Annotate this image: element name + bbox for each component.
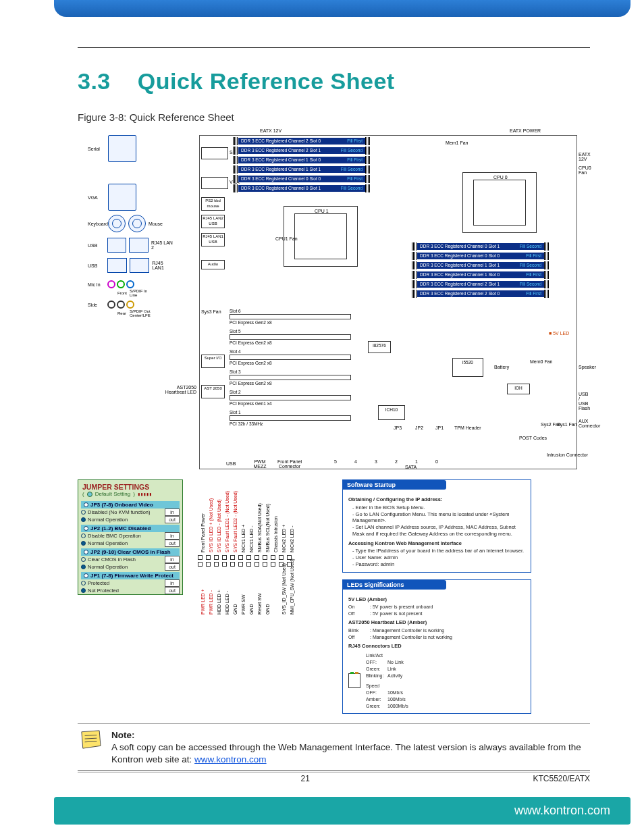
slot-desc-2: PCI Express Gen2 x8: [230, 361, 272, 365]
fp-pin-top-5: [238, 555, 243, 560]
lbl-mem0fan: Mem0 Fan: [530, 359, 552, 364]
ss-l2-0: Type the IPaddress of your board in the …: [352, 548, 525, 554]
motherboard-diagram: EATX 12V EATX POWER EATX 12V CPU0 Fan Me…: [78, 128, 591, 473]
lbl-usbflash: USB / USB Flash: [579, 392, 591, 411]
fp-pin-bot-7: [254, 562, 259, 567]
sata-port-2: 2: [395, 459, 398, 464]
fp-bot-10: SYS_ID_SW (Not Used): [281, 563, 286, 615]
led-h1: 5V LED (Amber): [348, 596, 525, 603]
label-eatx12v-r: EATX 12V: [579, 152, 591, 161]
note-block: Note: A soft copy can be accessed throug…: [78, 723, 590, 773]
note-link[interactable]: www.kontron.com: [194, 754, 267, 764]
hdr-ast2050: AST 2050: [201, 385, 225, 398]
label-mouse: Mouse: [149, 221, 163, 226]
jumper-header-2: JP2 (9-10) Clear CMOS in Flash: [81, 548, 180, 556]
led-r1-1: Off: 5V power is not present: [348, 610, 525, 617]
jack-side: [107, 301, 115, 309]
page-content: 3.3Quick Reference Sheet Figure 3-8: Qui…: [78, 47, 590, 773]
lbl-sys1fan: Sys1 Fan: [557, 422, 577, 427]
jumper-row-0-1: Normal Operationout: [81, 516, 180, 523]
fp-pin-top-1: [206, 555, 211, 560]
note-text: Note: A soft copy can be accessed throug…: [111, 729, 590, 766]
jumper-header-3: JP1 (7-8) Firmware Write Protect: [81, 572, 180, 579]
jumper-row-1-1: Normal Operationout: [81, 540, 180, 547]
fp-top-9: Chassis Intrusion: [273, 516, 278, 552]
label-spdif-in: S/PDIF InLine: [130, 289, 147, 297]
ss-l2-2: Password: admin: [352, 561, 525, 568]
lbl-tpm: TPM Header: [454, 425, 481, 430]
fp-pin-top-9: [271, 555, 275, 560]
leds-box: LEDs Significations 5V LED (Amber) On: 5…: [342, 579, 531, 714]
fp-top-7: SMBus SDA(Not Used): [257, 503, 262, 552]
slot-5: [230, 415, 351, 421]
slot-desc-4: PCI Express Gen1 x4: [230, 401, 272, 406]
fp-pin-bot-5: [238, 562, 243, 567]
slot-name-2: Slot 4: [230, 349, 241, 354]
label-keyboard: Keyboard: [88, 221, 108, 226]
fp-bot-1: PWR LED -: [209, 590, 213, 615]
jumper-row-2-0: Clear CMOS in Flashin: [81, 556, 180, 563]
dimm-right-2: DDR 3 ECC Registered Channel 1 Slot 1Fil…: [412, 262, 549, 269]
ss-list-1: Enter in the BIOS Setup Menu.Go to LAN C…: [348, 504, 525, 538]
rj45-icon: [348, 673, 360, 688]
fp-bot-2: HDD LED +: [217, 590, 221, 615]
fp-pin-bot-10: [279, 562, 284, 567]
lbl-sata: SATA: [405, 465, 417, 469]
port-serial: [108, 135, 136, 162]
jumper-settings-box: JUMPER SETTINGS ( Default Setting) ▮▮▮▮▮…: [78, 479, 183, 595]
footer-url-bar: www.kontron.com: [54, 797, 630, 825]
led-linkact-1: Green:Link: [366, 666, 408, 672]
slot-desc-5: PCI 32b / 33MHz: [230, 421, 263, 426]
dimm-left-0: DDR 3 ECC Registered Channel 2 Slot 0Fil…: [233, 138, 371, 145]
ss-l1-2: Set LAN channel IP Address source, IP Ad…: [352, 524, 525, 538]
label-lan2: RJ45 LAN 2: [151, 240, 176, 250]
fp-top-6: NIC#1 LED -: [249, 525, 254, 552]
page-number: 21: [301, 774, 310, 783]
hdr-audio: Audio: [201, 260, 225, 269]
fp-bot-11: NMI_CPU_SW (Not Used): [290, 559, 294, 615]
hdr-serial: [201, 147, 228, 159]
slot-1: [230, 334, 351, 340]
hdr-lan2usb: RJ45 LAN2 USB: [201, 215, 225, 228]
fp-bot-7: Reset SW: [257, 593, 262, 615]
fp-bot-3: HDD LED -: [225, 591, 230, 615]
led-speed-2: Green:1000Mb/s: [366, 703, 408, 709]
slot-desc-1: PCI Express Gen2 x8: [230, 340, 272, 345]
software-startup-header: Software Startup: [343, 480, 446, 490]
fp-top-5: NIC#1 LED +: [241, 525, 246, 552]
dimm-right-4: DDR 3 ECC Registered Channel 2 Slot 1Fil…: [412, 281, 549, 288]
slot-name-5: Slot 1: [230, 410, 241, 415]
lbl-pwmmezz: PWM MEZZ: [252, 459, 268, 469]
header-bar: [54, 0, 630, 17]
jumper-title: JUMPER SETTINGS: [78, 480, 182, 491]
lbl-jp3: JP3: [394, 425, 402, 430]
fp-pin-bot-6: [246, 562, 251, 567]
ss-h2: Accessing Kontron Web Management Interfa…: [348, 540, 525, 547]
chapter-number: 3.3: [78, 68, 111, 94]
hdr-vga: [201, 177, 228, 189]
label-micin: Mic In: [88, 282, 107, 287]
dimm-left-4: DDR 3 ECC Registered Channel 0 Slot 0Fil…: [233, 176, 371, 182]
top-rule: [78, 47, 590, 48]
software-startup-box: Software Startup Obtaining / Configuring…: [342, 479, 531, 573]
fp-top-3: SYS Fault LED1 - (Not Used): [225, 491, 230, 552]
ss-list-2: Type the IPaddress of your board in the …: [348, 548, 525, 567]
fp-pin-bot-8: [263, 562, 267, 567]
fp-top-10: NIC#2 LED +: [281, 525, 286, 552]
chip-i5520: i5520: [452, 358, 483, 377]
port-lan1: [130, 258, 149, 273]
jumper-row-3-1: Not Protectedout: [81, 587, 180, 594]
jack-spdif-in: [126, 280, 134, 288]
jumper-row-0-0: Disabled (No KVM function)in: [81, 509, 180, 516]
hdr-lan1usb: RJ45 LAN1 USB: [201, 233, 225, 246]
fp-pin-top-3: [222, 555, 227, 560]
hdr-ps2: PS2 kbd mouse: [201, 197, 225, 211]
fp-pin-top-10: [279, 555, 284, 560]
io-backpanel: Serial VGA KeyboardMouse USBRJ45 LAN 2 U…: [88, 135, 176, 320]
ss-l1-0: Enter in the BIOS Setup Menu.: [352, 504, 525, 511]
info-column: Software Startup Obtaining / Configuring…: [342, 479, 531, 714]
label-front: Front: [117, 291, 130, 295]
sata-port-0: 0: [435, 459, 438, 464]
fp-pin-bot-11: [287, 562, 292, 567]
sata-port-3: 3: [375, 459, 377, 464]
